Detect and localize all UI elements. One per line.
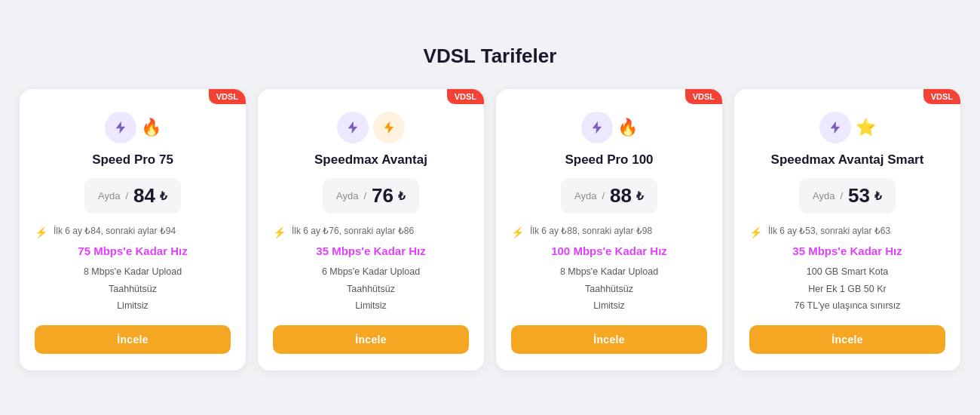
plan-title: Speedmax Avantaj Smart [771, 152, 924, 168]
plan-card-4: VDSL ⭐ Speedmax Avantaj Smart Ayda / 53 … [734, 89, 960, 370]
plan-title: Speedmax Avantaj [314, 152, 427, 168]
plan-card-1: VDSL 🔥 Speed Pro 75 Ayda / 84 ₺ ⚡ İlk 6 … [20, 89, 246, 370]
price-currency: ₺ [874, 189, 882, 203]
page-title: VDSL Tarifeler [424, 45, 557, 68]
info-row: ⚡ İlk 6 ay ₺88, sonraki aylar ₺98 [511, 226, 707, 238]
info-icon: ⚡ [273, 226, 286, 238]
detail-item: Taahhütsüz [322, 281, 420, 298]
card-icons [337, 112, 405, 143]
info-row: ⚡ İlk 6 ay ₺76, sonraki aylar ₺86 [273, 226, 469, 238]
card-icons: ⭐ [819, 112, 876, 143]
bolt-yellow-icon [373, 112, 405, 143]
plan-title: Speed Pro 75 [92, 152, 173, 168]
fire-icon: 🔥 [617, 118, 638, 137]
bolt-purple-icon [337, 112, 369, 143]
info-row: ⚡ İlk 6 ay ₺84, sonraki aylar ₺94 [35, 226, 231, 238]
price-label: Ayda [98, 190, 120, 201]
bolt-purple-icon [105, 112, 136, 143]
info-text: İlk 6 ay ₺88, sonraki aylar ₺98 [530, 226, 652, 236]
incele-button[interactable]: İncele [749, 325, 945, 354]
info-row: ⚡ İlk 6 ay ₺53, sonraki aylar ₺63 [749, 226, 945, 238]
info-text: İlk 6 ay ₺53, sonraki aylar ₺63 [768, 226, 890, 236]
price-currency: ₺ [160, 189, 167, 203]
incele-button[interactable]: İncele [273, 325, 469, 354]
info-icon: ⚡ [35, 226, 47, 238]
cards-container: VDSL 🔥 Speed Pro 75 Ayda / 84 ₺ ⚡ İlk 6 … [15, 89, 965, 370]
price-box: Ayda / 84 ₺ [84, 178, 181, 214]
detail-item: 8 Mbps'e Kadar Upload [84, 263, 182, 281]
vdsl-badge: VDSL [685, 89, 722, 104]
incele-button[interactable]: İncele [35, 325, 231, 354]
price-value: 53 [848, 184, 870, 208]
detail-item: Taahhütsüz [560, 281, 658, 298]
detail-item: Taahhütsüz [84, 281, 182, 298]
price-box: Ayda / 76 ₺ [323, 178, 419, 214]
incele-button[interactable]: İncele [511, 325, 707, 354]
detail-item: 100 GB Smart Kota [794, 263, 900, 281]
card-icons: 🔥 [581, 112, 638, 143]
fire-icon: 🔥 [141, 118, 161, 137]
plan-card-3: VDSL 🔥 Speed Pro 100 Ayda / 88 ₺ ⚡ İlk 6… [496, 89, 722, 370]
plan-title: Speed Pro 100 [565, 152, 653, 168]
price-value: 88 [610, 184, 632, 208]
price-slash: / [125, 190, 128, 201]
price-currency: ₺ [636, 189, 644, 203]
price-slash: / [363, 190, 366, 201]
card-icons: 🔥 [105, 112, 161, 143]
price-label: Ayda [574, 190, 596, 201]
detail-item: 8 Mbps'e Kadar Upload [560, 263, 658, 281]
price-label: Ayda [813, 190, 835, 201]
price-slash: / [840, 190, 843, 201]
price-box: Ayda / 88 ₺ [561, 178, 657, 214]
detail-item: 6 Mbps'e Kadar Upload [322, 263, 420, 281]
detail-item: 76 TL'ye ulaşınca sınırsız [794, 297, 900, 315]
detail-item: Limitsiz [322, 297, 420, 315]
bolt-purple-icon [581, 112, 613, 143]
info-icon: ⚡ [749, 226, 762, 238]
price-value: 76 [372, 184, 394, 208]
plan-card-2: VDSL Speedmax Avantaj Ayda / 76 ₺ ⚡ İlk … [258, 89, 484, 370]
detail-list: 8 Mbps'e Kadar UploadTaahhütsüzLimitsiz [560, 263, 658, 315]
vdsl-badge: VDSL [923, 89, 960, 104]
info-text: İlk 6 ay ₺84, sonraki aylar ₺94 [54, 226, 176, 236]
speed-text: 100 Mbps'e Kadar Hız [551, 244, 667, 257]
info-text: İlk 6 ay ₺76, sonraki aylar ₺86 [292, 226, 414, 236]
star-icon: ⭐ [856, 118, 876, 137]
price-box: Ayda / 53 ₺ [799, 178, 896, 214]
detail-item: Limitsiz [560, 297, 658, 315]
vdsl-badge: VDSL [447, 89, 484, 104]
price-value: 84 [133, 184, 155, 208]
speed-text: 75 Mbps'e Kadar Hız [78, 244, 187, 257]
vdsl-badge: VDSL [209, 89, 246, 104]
detail-item: Limitsiz [84, 297, 182, 315]
speed-text: 35 Mbps'e Kadar Hız [792, 244, 902, 257]
price-currency: ₺ [398, 189, 406, 203]
detail-list: 8 Mbps'e Kadar UploadTaahhütsüzLimitsiz [84, 263, 182, 315]
bolt-purple-icon [819, 112, 851, 143]
detail-list: 6 Mbps'e Kadar UploadTaahhütsüzLimitsiz [322, 263, 420, 315]
detail-item: Her Ek 1 GB 50 Kr [794, 281, 900, 298]
price-label: Ayda [336, 190, 358, 201]
speed-text: 35 Mbps'e Kadar Hız [316, 244, 425, 257]
info-icon: ⚡ [511, 226, 524, 238]
price-slash: / [602, 190, 605, 201]
detail-list: 100 GB Smart KotaHer Ek 1 GB 50 Kr76 TL'… [794, 263, 900, 315]
